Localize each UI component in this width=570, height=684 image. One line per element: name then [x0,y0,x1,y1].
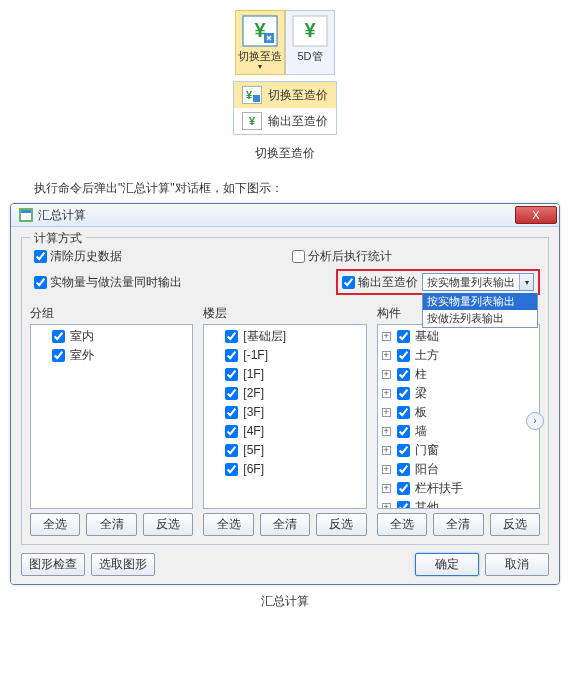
fieldset-legend: 计算方式 [30,230,86,247]
item-checkbox[interactable] [225,368,238,381]
analysis-stat-checkbox[interactable]: 分析后执行统计 [292,248,392,265]
floor-listbox[interactable]: [基础层][-1F][1F][2F][3F][4F][5F][6F] [203,324,366,509]
list-item[interactable]: 室内 [33,327,190,346]
component-clear-all-button[interactable]: 全清 [433,513,483,536]
analysis-stat-input[interactable] [292,250,305,263]
item-checkbox[interactable] [397,425,410,438]
dialog-title: 汇总计算 [38,207,86,224]
list-item[interactable]: [2F] [206,384,363,403]
component-select-all-button[interactable]: 全选 [377,513,427,536]
item-checkbox[interactable] [397,368,410,381]
item-checkbox[interactable] [52,349,65,362]
component-invert-button[interactable]: 反选 [490,513,540,536]
combo-option[interactable]: 按做法列表输出 [423,310,537,327]
list-item[interactable]: +门窗 [380,441,537,460]
combo-popup: 按实物量列表输出 按做法列表输出 [422,293,538,328]
list-item[interactable]: +板 [380,403,537,422]
group-select-all-button[interactable]: 全选 [30,513,80,536]
list-item[interactable]: [4F] [206,422,363,441]
group-clear-all-button[interactable]: 全清 [86,513,136,536]
floor-clear-all-button[interactable]: 全清 [260,513,310,536]
item-label: [3F] [243,405,264,420]
floor-invert-button[interactable]: 反选 [316,513,366,536]
item-checkbox[interactable] [397,463,410,476]
ribbon-switch-to-cost-button[interactable]: ¥ 切换至造价 ▾ [235,10,285,75]
item-label: [-1F] [243,348,268,363]
output-mode-combobox[interactable]: 按实物量列表输出 ▾ [422,273,534,291]
expand-icon[interactable]: + [382,427,391,436]
item-checkbox[interactable] [225,330,238,343]
dropdown-item-switch-to-cost[interactable]: ¥ 切换至造价 [234,82,336,108]
group-listbox[interactable]: 室内室外 [30,324,193,509]
dropdown-item-output-to-cost[interactable]: ¥ 输出至造价 [234,108,336,134]
expand-icon[interactable]: + [382,408,391,417]
item-checkbox[interactable] [397,444,410,457]
expand-icon[interactable]: + [382,370,391,379]
item-checkbox[interactable] [397,387,410,400]
list-item[interactable]: 室外 [33,346,190,365]
expand-icon[interactable]: + [382,465,391,474]
expand-icon[interactable]: + [382,332,391,341]
list-item[interactable]: +柱 [380,365,537,384]
item-checkbox[interactable] [397,501,410,509]
item-checkbox[interactable] [397,349,410,362]
list-item[interactable]: [3F] [206,403,363,422]
list-item[interactable]: +梁 [380,384,537,403]
item-label: 板 [415,405,427,420]
list-item[interactable]: +阳台 [380,460,537,479]
list-item[interactable]: +其他 [380,498,537,509]
list-item[interactable]: +土方 [380,346,537,365]
expand-icon[interactable]: + [382,446,391,455]
expand-icon[interactable]: + [382,484,391,493]
combo-option[interactable]: 按实物量列表输出 [423,293,537,310]
item-checkbox[interactable] [225,387,238,400]
item-label: [4F] [243,424,264,439]
item-checkbox[interactable] [225,444,238,457]
phys-method-checkbox[interactable]: 实物量与做法量同时输出 [34,274,182,291]
floor-select-all-button[interactable]: 全选 [203,513,253,536]
graphic-check-button[interactable]: 图形检查 [21,553,85,576]
item-label: 梁 [415,386,427,401]
item-label: 室外 [70,348,94,363]
summary-calculation-dialog: 汇总计算 X 计算方式 清除历史数据 分析后执行统计 [10,203,560,585]
item-checkbox[interactable] [397,330,410,343]
expand-icon[interactable]: + [382,389,391,398]
item-label: 其他 [415,500,439,509]
ok-button[interactable]: 确定 [415,553,479,576]
item-checkbox[interactable] [225,349,238,362]
list-item[interactable]: +基础 [380,327,537,346]
item-checkbox[interactable] [397,406,410,419]
item-checkbox[interactable] [225,406,238,419]
item-label: 门窗 [415,443,439,458]
list-item[interactable]: [1F] [206,365,363,384]
list-item[interactable]: [5F] [206,441,363,460]
item-checkbox[interactable] [225,425,238,438]
phys-method-input[interactable] [34,276,47,289]
output-to-cost-input[interactable] [342,276,355,289]
list-item[interactable]: [-1F] [206,346,363,365]
component-listbox[interactable]: +基础+土方+柱+梁+板+墙+门窗+阳台+栏杆扶手+其他+楼梯+装饰 [377,324,540,509]
select-graphic-button[interactable]: 选取图形 [91,553,155,576]
item-checkbox[interactable] [397,482,410,495]
item-checkbox[interactable] [52,330,65,343]
clear-history-checkbox[interactable]: 清除历史数据 [34,248,122,265]
group-invert-button[interactable]: 反选 [143,513,193,536]
list-item[interactable]: [基础层] [206,327,363,346]
list-item[interactable]: +栏杆扶手 [380,479,537,498]
ribbon-dropdown-menu: ¥ 切换至造价 ¥ 输出至造价 [233,81,337,135]
close-button[interactable]: X [515,206,557,224]
list-item[interactable]: [6F] [206,460,363,479]
svg-rect-12 [21,210,31,213]
expand-icon[interactable]: + [382,351,391,360]
cancel-button[interactable]: 取消 [485,553,549,576]
item-checkbox[interactable] [225,463,238,476]
output-to-cost-checkbox[interactable]: 输出至造价 [342,274,418,291]
caption-dialog: 汇总计算 [10,593,560,610]
dialog-titlebar: 汇总计算 X [11,204,559,227]
ribbon-5d-button[interactable]: ¥ 5D管 [285,10,335,75]
item-label: 室内 [70,329,94,344]
expand-side-button[interactable]: › [526,412,544,430]
clear-history-input[interactable] [34,250,47,263]
list-item[interactable]: +墙 [380,422,537,441]
expand-icon[interactable]: + [382,503,391,509]
